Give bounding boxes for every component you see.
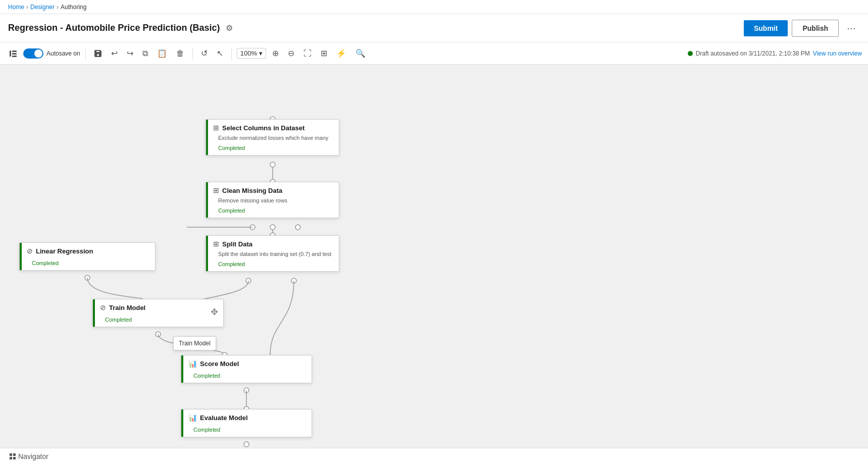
node-linear-regression[interactable]: ⊘ Linear Regression Completed (19, 242, 156, 271)
toolbar-right: Draft autosaved on 3/11/2021, 2:10:38 PM… (688, 50, 862, 57)
node-score-model[interactable]: 📊 Score Model Completed (181, 355, 312, 383)
breadcrumb-sep2: › (57, 4, 59, 11)
autosave-text: Draft autosaved on 3/11/2021, 2:10:38 PM (696, 50, 810, 57)
breadcrumb-current: Authoring (61, 4, 86, 11)
toolbar-left: Autosave on ↩ ↪ ⧉ 📋 🗑 ↺ ↖ 100% ▾ ⊕ ⊖ (6, 46, 369, 60)
train-model-tooltip: Train Model (173, 336, 216, 350)
node-linear-regression-status: Completed (20, 258, 155, 270)
zoom-out-button[interactable]: ⊖ (285, 46, 297, 60)
settings-button[interactable]: ⚙ (224, 21, 235, 35)
svg-rect-27 (13, 457, 16, 459)
node-linear-regression-header: ⊘ Linear Regression (20, 243, 155, 258)
toolbar-divider3 (231, 47, 232, 60)
node-select-columns-icon: ⊞ (213, 124, 219, 132)
paste-button[interactable]: 📋 (154, 46, 170, 60)
drag-handle[interactable]: ✥ (211, 306, 218, 318)
toolbar-divider1 (85, 47, 86, 60)
node-evaluate-model-header: 📊 Evaluate Model (181, 409, 312, 425)
view-run-link[interactable]: View run overview (813, 50, 862, 57)
node-split-data-title: Split Data (222, 240, 252, 248)
grid-button[interactable]: ⊞ (318, 46, 330, 60)
node-train-model-status: Completed (93, 315, 223, 327)
node-select-columns-status: Completed (206, 143, 339, 155)
more-button[interactable]: ⋯ (843, 21, 860, 36)
zoom-in-button[interactable]: ⊕ (269, 46, 282, 60)
breadcrumb-sep1: › (26, 4, 28, 11)
sidebar-toggle-button[interactable] (6, 47, 20, 60)
node-select-columns-title: Select Columns in Dataset (222, 124, 304, 132)
svg-point-19 (244, 388, 249, 393)
toolbar-divider2 (192, 47, 193, 60)
node-train-model-icon: ⊘ (100, 303, 106, 312)
delete-button[interactable]: 🗑 (173, 47, 187, 60)
refresh-button[interactable]: ↺ (198, 46, 211, 60)
node-linear-regression-icon: ⊘ (27, 247, 33, 255)
node-score-model-title: Score Model (200, 360, 239, 368)
svg-point-14 (246, 278, 251, 283)
publish-button[interactable]: Publish (792, 20, 839, 37)
zoom-value: 100% (240, 49, 257, 57)
node-select-columns-header: ⊞ Select Columns in Dataset (206, 120, 339, 135)
node-evaluate-model-status: Completed (181, 425, 312, 437)
breadcrumb-home[interactable]: Home (8, 4, 24, 11)
svg-rect-24 (10, 453, 12, 456)
bottom-bar: Navigator (0, 448, 868, 464)
node-split-data-desc: Split the dataset into training set (0.7… (206, 251, 339, 259)
svg-rect-0 (10, 50, 11, 57)
toolbar: Autosave on ↩ ↪ ⧉ 📋 🗑 ↺ ↖ 100% ▾ ⊕ ⊖ (0, 42, 868, 65)
autosave-label: Autosave on (46, 50, 80, 57)
svg-rect-2 (12, 53, 17, 55)
node-clean-missing-desc: Remove missing value rows (206, 197, 339, 205)
breadcrumb-bar: Home › Designer › Authoring (0, 0, 868, 14)
node-split-data[interactable]: ⊞ Split Data Split the dataset into trai… (206, 235, 339, 272)
node-clean-missing-header: ⊞ Clean Missing Data (206, 182, 339, 197)
svg-point-9 (270, 225, 275, 230)
select-button[interactable]: ↖ (214, 46, 226, 60)
zoom-selector[interactable]: 100% ▾ (237, 48, 266, 59)
node-clean-missing-title: Clean Missing Data (222, 187, 282, 194)
canvas-area[interactable]: ⊞ Select Columns in Dataset Exclude norm… (0, 65, 868, 464)
svg-point-11 (250, 225, 255, 230)
submit-button[interactable]: Submit (744, 20, 788, 36)
node-evaluate-model-title: Evaluate Model (200, 414, 248, 422)
autosave-toggle[interactable]: Autosave on (23, 48, 80, 59)
node-train-model-title: Train Model (109, 304, 145, 312)
autosave-dot (688, 51, 693, 56)
node-clean-missing[interactable]: ⊞ Clean Missing Data Remove missing valu… (206, 182, 339, 218)
node-split-data-icon: ⊞ (213, 240, 219, 248)
node-select-columns[interactable]: ⊞ Select Columns in Dataset Exclude norm… (206, 119, 339, 156)
svg-point-15 (291, 278, 296, 283)
redo-button[interactable]: ↪ (124, 46, 136, 60)
node-split-data-header: ⊞ Split Data (206, 236, 339, 251)
copy-button[interactable]: ⧉ (139, 47, 151, 60)
svg-point-13 (295, 225, 300, 230)
node-clean-missing-status: Completed (206, 205, 339, 218)
node-train-model[interactable]: ⊘ Train Model Completed ✥ (92, 299, 224, 327)
page-title: Regression - Automobile Price Prediction… (8, 23, 220, 33)
toggle-switch-control[interactable] (23, 48, 43, 59)
svg-rect-25 (13, 453, 16, 456)
save-button[interactable] (91, 47, 105, 60)
node-score-model-status: Completed (181, 371, 312, 383)
fit-view-button[interactable]: ⛶ (300, 47, 315, 60)
node-score-model-icon: 📊 (188, 359, 197, 368)
autosave-info: Draft autosaved on 3/11/2021, 2:10:38 PM (688, 50, 810, 57)
node-select-columns-desc: Exclude normalized losses which have man… (206, 135, 339, 143)
node-train-model-header: ⊘ Train Model (93, 299, 223, 315)
node-split-data-status: Completed (206, 259, 339, 271)
svg-point-21 (244, 442, 249, 447)
canvas-settings-button[interactable]: ⚡ (333, 46, 349, 60)
breadcrumb-designer[interactable]: Designer (30, 4, 55, 11)
svg-point-16 (85, 275, 90, 280)
node-score-model-header: 📊 Score Model (181, 355, 312, 371)
title-bar: Regression - Automobile Price Prediction… (0, 14, 868, 42)
svg-rect-26 (10, 457, 12, 459)
svg-rect-1 (12, 50, 17, 52)
node-evaluate-model[interactable]: 📊 Evaluate Model Completed (181, 409, 312, 437)
title-right: Submit Publish ⋯ (744, 20, 860, 37)
undo-button[interactable]: ↩ (108, 46, 121, 60)
svg-point-17 (156, 332, 161, 337)
navigator-button[interactable]: Navigator (6, 451, 52, 461)
node-linear-regression-title: Linear Regression (36, 247, 93, 255)
search-button[interactable]: 🔍 (352, 46, 369, 60)
